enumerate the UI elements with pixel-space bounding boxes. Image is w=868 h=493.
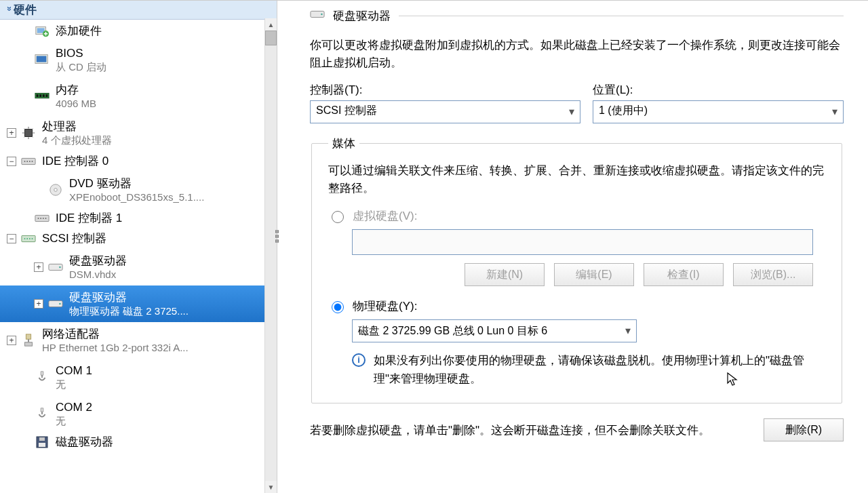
tree-item-memory[interactable]: 内存4096 MB [0,78,277,115]
tree-item-scsi-controller[interactable]: −SCSI 控制器 [0,229,277,249]
hardware-sidebar: « 硬件 添加硬件BIOS从 CD 启动内存4096 MB+处理器4 个虚拟处理… [0,1,277,493]
tree-item-subtitle: 无 [56,414,92,427]
media-fieldset: 媒体 可以通过编辑关联文件来压缩、转换、扩展、合并、重新连接或收缩虚拟硬盘。请指… [311,136,842,403]
tree-item-labels: 内存4096 MB [56,83,96,109]
tree-item-labels: DVD 驱动器XPEnoboot_DS3615xs_5.1.... [69,177,204,203]
tree-item-title: 内存 [56,83,96,97]
tree-item-subtitle: 物理驱动器 磁盘 2 3725.... [69,304,189,317]
dvd-icon [47,182,64,197]
section-title-text: 硬盘驱动器 [333,8,391,24]
expander-icon [20,92,30,101]
svg-rect-7 [39,94,41,97]
svg-rect-10 [25,130,33,137]
expander-icon[interactable]: + [7,336,16,345]
tree-item-title: IDE 控制器 1 [56,212,122,225]
edit-button: 编辑(E) [554,263,634,286]
location-value: 1 (使用中) [599,104,648,116]
svg-point-14 [29,161,31,162]
tree-item-network-adapter[interactable]: +网络适配器HP Ethernet 1Gb 2-port 332i A... [0,322,277,359]
expander-icon [20,214,30,223]
physical-disk-select[interactable]: 磁盘 2 3725.99 GB 总线 0 Lun 0 目标 6 [352,319,637,342]
tree-item-com-2[interactable]: COM 2无 [0,395,277,432]
expander-icon[interactable]: + [34,262,43,272]
tree-item-ide-controller-0[interactable]: −IDE 控制器 0 [0,151,277,172]
info-icon: i [352,353,366,367]
tree-item-hard-disk-1[interactable]: +硬盘驱动器DSM.vhdx [0,249,277,285]
svg-point-22 [45,218,47,219]
expander-icon[interactable]: + [34,299,43,309]
tree-item-hard-disk-2[interactable]: +硬盘驱动器物理驱动器 磁盘 2 3725.... [0,285,277,322]
tree-item-title: 添加硬件 [56,24,102,38]
svg-point-29 [59,267,61,269]
delete-button[interactable]: 删除(R) [764,418,844,441]
svg-point-13 [26,161,28,162]
sidebar-title: 硬件 [14,2,37,18]
svg-point-31 [59,303,61,305]
com-icon [34,406,50,421]
svg-point-19 [38,218,39,219]
tree-item-bios[interactable]: BIOS从 CD 启动 [0,41,277,78]
radio-physical-disk[interactable]: 物理硬盘(Y): [328,298,825,314]
cpu-icon [20,125,37,140]
add-hw-icon [34,24,50,39]
tree-item-add-hardware[interactable]: 添加硬件 [0,21,277,41]
radio-virtual-disk-label: 虚拟硬盘(V): [353,208,417,224]
tree-item-title: 硬盘驱动器 [69,254,127,268]
ide-icon [20,154,37,169]
new-button: 新建(N) [465,263,545,286]
svg-rect-4 [37,56,47,62]
controller-select[interactable]: SCSI 控制器 [310,100,580,123]
svg-rect-32 [26,334,31,339]
tree-item-processor[interactable]: +处理器4 个虚拟处理器 [0,115,277,151]
svg-point-20 [40,218,41,219]
tree-item-labels: IDE 控制器 0 [42,155,108,168]
expander-icon [20,409,30,418]
connection-description: 你可以更改将虚拟硬盘附加到虚拟机的方式。如果此磁盘上已经安装了一个操作系统，则更… [310,37,844,73]
svg-rect-36 [39,443,45,447]
tree-item-labels: 硬盘驱动器物理驱动器 磁盘 2 3725.... [69,291,189,317]
com-icon [34,370,50,384]
location-select[interactable]: 1 (使用中) [593,100,844,123]
memory-icon [34,89,50,104]
tree-item-labels: 硬盘驱动器DSM.vhdx [69,254,127,280]
sidebar-header[interactable]: « 硬件 [0,1,277,20]
tree-item-labels: COM 1无 [56,364,92,390]
tree-item-dvd-drive[interactable]: DVD 驱动器XPEnoboot_DS3615xs_5.1.... [0,172,277,208]
expander-icon [20,437,30,447]
tree-item-title: COM 2 [56,401,92,414]
tree-item-com-1[interactable]: COM 1无 [0,359,277,395]
svg-rect-18 [35,215,49,221]
vhd-path-input [352,229,813,255]
bios-icon [34,52,50,67]
tree-scrollbar[interactable]: ▲ ▼ [264,18,277,493]
disk-settings-panel: 硬盘驱动器 你可以更改将虚拟硬盘附加到虚拟机的方式。如果此磁盘上已经安装了一个操… [277,1,868,493]
physical-disk-info: 如果没有列出你要使用的物理硬盘，请确保该磁盘脱机。使用物理计算机上的"磁盘管理"… [374,352,825,388]
radio-physical-disk-label: 物理硬盘(Y): [353,298,417,314]
scroll-up-icon[interactable]: ▲ [265,18,277,31]
media-description: 可以通过编辑关联文件来压缩、转换、扩展、合并、重新连接或收缩虚拟硬盘。请指定该文… [328,162,825,198]
scroll-thumb[interactable] [265,31,277,45]
collapse-icon: « [3,8,14,11]
tree-item-title: 硬盘驱动器 [69,291,189,304]
expander-icon[interactable]: − [7,234,16,243]
radio-virtual-disk[interactable]: 虚拟硬盘(V): [328,208,825,224]
tree-item-subtitle: 无 [56,378,92,390]
tree-item-labels: 磁盘驱动器 [56,435,113,449]
tree-item-title: 磁盘驱动器 [56,435,113,449]
tree-item-subtitle: DSM.vhdx [69,268,127,280]
radio-physical-disk-input[interactable] [332,301,344,313]
scroll-track[interactable] [265,45,277,481]
radio-virtual-disk-input[interactable] [332,211,344,223]
expander-icon[interactable]: + [7,128,16,138]
hdd-icon [310,7,325,24]
tree-item-diskette-drive[interactable]: 磁盘驱动器 [0,432,277,452]
scroll-down-icon[interactable]: ▼ [265,481,277,493]
hardware-tree: 添加硬件BIOS从 CD 启动内存4096 MB+处理器4 个虚拟处理器−IDE… [0,20,277,493]
ide-icon [34,211,50,226]
expander-icon[interactable]: − [7,157,16,166]
tree-item-subtitle: 从 CD 启动 [56,60,106,73]
tree-item-title: SCSI 控制器 [42,232,106,245]
svg-point-38 [321,14,323,16]
tree-item-ide-controller-1[interactable]: IDE 控制器 1 [0,208,277,229]
section-heading: 硬盘驱动器 [310,7,844,24]
